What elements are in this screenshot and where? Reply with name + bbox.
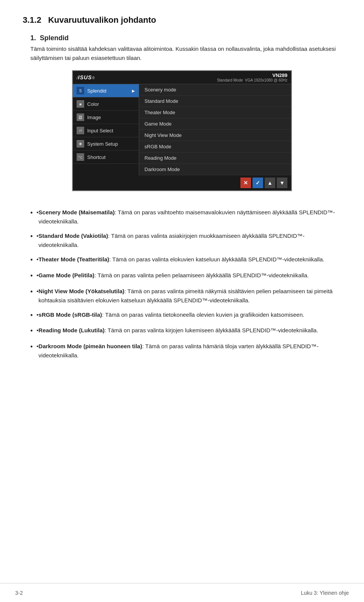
color-menu-label: Color [87, 101, 99, 107]
term-theater: Theater Mode (Teatteritila) [39, 256, 109, 262]
osd-right-game-mode[interactable]: Game Mode [139, 118, 291, 130]
list-item-theater: • Theater Mode (Teatteritila): Tämä on p… [30, 255, 341, 266]
splendid-menu-label: Splendid [87, 88, 107, 94]
osd-confirm-button[interactable]: ✓ [253, 178, 263, 188]
section-heading-row: 3.1.2 Kuvaruutuvalikon johdanto [23, 15, 341, 29]
splendid-section: 1. Splendid Tämä toiminto sisältää kahde… [23, 34, 341, 360]
osd-down-button[interactable]: ▼ [277, 178, 287, 188]
term-standard: Standard Mode (Vakiotila) [39, 233, 108, 239]
osd-right-reading-mode[interactable]: Reading Mode [139, 152, 291, 164]
system-setup-icon: ✱ [77, 140, 84, 148]
bullet-list: • Scenery Mode (Maisematila): Tämä on pa… [30, 208, 341, 360]
term-game: Game Mode (Pelitila) [39, 272, 95, 278]
osd-left-menu: S Splendid ▶ ■ Color 🖼 Image [73, 84, 139, 175]
osd-close-button[interactable]: ✕ [240, 178, 251, 188]
color-icon: ■ [77, 100, 84, 108]
osd-topinfo: VN289 Standard Mode VGA 1920x1080 @ 60Hz [217, 72, 287, 82]
term-reading: Reading Mode (Lukutila) [39, 327, 105, 333]
splendid-icon: S [77, 87, 84, 94]
splendid-title: Splendid [40, 34, 69, 42]
list-item-reading: • Reading Mode (Lukutila): Tämä on paras… [30, 326, 341, 336]
osd-right-night-view-mode[interactable]: Night View Mode [139, 130, 291, 141]
osd-menu-item-system-setup[interactable]: ✱ System Setup [73, 137, 139, 151]
input-select-menu-label: Input Select [87, 128, 113, 134]
image-icon: 🖼 [77, 113, 84, 121]
osd-right-darkroom-mode[interactable]: Darkroom Mode [139, 164, 291, 175]
splendid-intro: Tämä toiminto sisältää kahdeksan valitta… [30, 44, 341, 63]
page-footer: 3-2 Luku 3: Yleinen ohje [0, 583, 364, 602]
term-srgb: sRGB Mode (sRGB-tila) [39, 311, 102, 318]
list-item-srgb: • sRGB Mode (sRGB-tila): Tämä on paras v… [30, 310, 341, 321]
osd-right-standard-mode[interactable]: Standard Mode [139, 96, 291, 107]
osd-right-scenery-mode[interactable]: Scenery mode [139, 84, 291, 96]
shortcut-icon: ⌥ [77, 153, 84, 161]
splendid-heading-row: 1. Splendid [30, 34, 341, 42]
term-darkroom: Darkroom Mode (pimeän huoneen tila) [39, 343, 142, 349]
page-content: 3.1.2 Kuvaruutuvalikon johdanto 1. Splen… [0, 0, 364, 396]
osd-model: VN289 [217, 72, 287, 78]
osd-right-menu: Scenery mode Standard Mode Theater Mode … [139, 84, 291, 175]
osd-resolution: Standard Mode VGA 1920x1080 @ 60Hz [217, 78, 287, 82]
shortcut-menu-label: Shortcut [87, 154, 105, 160]
footer-page-number: 3-2 [15, 590, 23, 596]
list-item-standard: • Standard Mode (Vakiotila): Tämä on par… [30, 231, 341, 250]
section-title: Kuvaruutuvalikon johdanto [48, 15, 156, 25]
osd-menu-item-color[interactable]: ■ Color [73, 97, 139, 111]
osd-wrapper: /ISUS® VN289 Standard Mode VGA 1920x1080… [23, 70, 341, 200]
osd-menu-item-input-select[interactable]: ⏎ Input Select [73, 124, 139, 137]
section-number: 3.1.2 [23, 15, 41, 25]
osd-topbar: /ISUS® VN289 Standard Mode VGA 1920x1080… [73, 71, 291, 84]
list-item-darkroom: • Darkroom Mode (pimeän huoneen tila): T… [30, 342, 341, 360]
image-menu-label: Image [87, 115, 101, 120]
osd-menu-item-image[interactable]: 🖼 Image [73, 111, 139, 124]
osd-up-button[interactable]: ▲ [265, 178, 275, 188]
osd-body: S Splendid ▶ ■ Color 🖼 Image [73, 84, 291, 175]
list-item-nightview: • Night View Mode (Yökatselutila): Tämä … [30, 287, 341, 305]
list-item-game: • Game Mode (Pelitila): Tämä on paras va… [30, 271, 341, 281]
splendid-arrow: ▶ [132, 89, 135, 93]
term-nightview: Night View Mode (Yökatselutila) [39, 288, 124, 294]
osd-panel: /ISUS® VN289 Standard Mode VGA 1920x1080… [72, 70, 292, 191]
asus-logo: /ISUS® [77, 74, 95, 80]
osd-right-theater-mode[interactable]: Theater Mode [139, 107, 291, 118]
osd-menu-item-splendid[interactable]: S Splendid ▶ [73, 84, 139, 97]
list-item-scenery: • Scenery Mode (Maisematila): Tämä on pa… [30, 208, 341, 226]
osd-right-srgb-mode[interactable]: sRGB Mode [139, 141, 291, 152]
osd-menu-item-shortcut[interactable]: ⌥ Shortcut [73, 151, 139, 164]
osd-button-row: ✕ ✓ ▲ ▼ [73, 175, 291, 190]
term-scenery: Scenery Mode (Maisematila) [39, 209, 115, 215]
input-select-icon: ⏎ [77, 127, 84, 134]
footer-chapter: Luku 3: Yleinen ohje [301, 590, 349, 596]
splendid-number: 1. [30, 34, 36, 42]
system-setup-menu-label: System Setup [87, 141, 118, 147]
